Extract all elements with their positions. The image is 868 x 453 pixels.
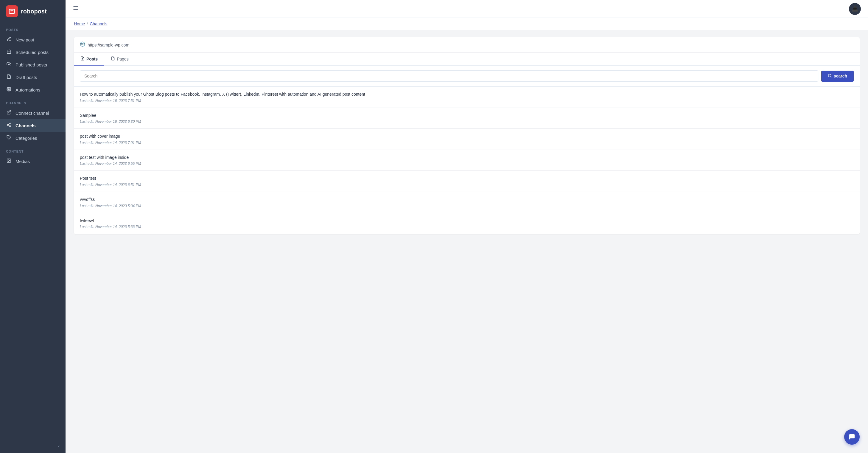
svg-text:W: W [81, 43, 84, 46]
svg-point-29 [828, 74, 831, 77]
breadcrumb-home[interactable]: Home [74, 22, 85, 26]
calendar-icon [6, 49, 12, 55]
svg-point-8 [8, 89, 9, 90]
channel-card: W https://sample-wp.com Posts Pages [74, 37, 860, 234]
wordpress-icon: W [80, 41, 85, 48]
logo-icon [6, 5, 18, 17]
tab-posts[interactable]: Posts [74, 53, 104, 66]
collapse-icon: ‹ [58, 444, 60, 449]
sidebar-item-categories[interactable]: Categories [0, 132, 65, 144]
sidebar-item-automations[interactable]: Automations [0, 84, 65, 96]
post-item[interactable]: vvvdffss Last edit: November 14, 2023 5:… [74, 192, 860, 213]
new-post-icon [6, 37, 12, 42]
svg-line-30 [831, 76, 832, 77]
search-input[interactable] [80, 70, 818, 82]
breadcrumb-separator: / [87, 22, 88, 26]
sidebar: robopost POSTS New post Scheduled posts … [0, 0, 65, 453]
upload-icon [6, 62, 12, 68]
post-item[interactable]: post with cover image Last edit: Novembe… [74, 129, 860, 150]
post-title: fwfeewf [80, 218, 854, 224]
search-icon [828, 73, 832, 79]
post-meta: Last edit: November 14, 2023 6:55 PM [80, 161, 854, 166]
share-icon [6, 122, 12, 128]
svg-rect-3 [7, 50, 11, 54]
chat-bubble[interactable] [844, 429, 860, 445]
topbar-left [73, 5, 79, 12]
svg-rect-23 [853, 8, 857, 9]
tab-pages[interactable]: Pages [104, 53, 135, 66]
topbar-right [849, 3, 861, 15]
search-button-label: search [834, 73, 847, 79]
logo-text: robopost [21, 8, 47, 15]
breadcrumb: Home / Channels [65, 18, 868, 30]
sidebar-item-label: Channels [16, 123, 36, 128]
image-icon [6, 158, 12, 164]
post-item[interactable]: How to automatically publish your Ghost … [74, 87, 860, 108]
sidebar-item-scheduled-posts[interactable]: Scheduled posts [0, 46, 65, 58]
sidebar-item-published-posts[interactable]: Published posts [0, 58, 65, 71]
post-title: vvvdffss [80, 197, 854, 203]
channels-section-label: CHANNELS [0, 96, 65, 107]
avatar[interactable] [849, 3, 861, 15]
posts-section-label: POSTS [0, 23, 65, 33]
sidebar-item-draft-posts[interactable]: Draft posts [0, 71, 65, 84]
svg-point-17 [8, 160, 9, 160]
post-title: post with cover image [80, 133, 854, 140]
sidebar-item-medias[interactable]: Medias [0, 155, 65, 168]
sidebar-collapse-button[interactable]: ‹ [0, 439, 65, 453]
svg-point-11 [7, 124, 8, 125]
post-meta: Last edit: November 14, 2023 7:01 PM [80, 141, 854, 145]
search-bar: search [74, 66, 860, 87]
tag-icon [6, 135, 12, 141]
main-content: Home / Channels W https://sample-wp.com … [65, 0, 868, 453]
tabs-bar: Posts Pages [74, 53, 860, 66]
settings-icon [6, 87, 12, 93]
channel-url-bar: W https://sample-wp.com [74, 37, 860, 53]
svg-rect-1 [10, 10, 13, 11]
post-meta: Last edit: November 14, 2023 5:34 PM [80, 204, 854, 208]
sidebar-item-channels[interactable]: Channels [0, 119, 65, 132]
post-meta: Last edit: November 14, 2023 5:33 PM [80, 225, 854, 229]
content-section-label: CONTENT [0, 144, 65, 155]
tab-posts-label: Posts [86, 57, 98, 61]
sidebar-item-label: Draft posts [16, 75, 37, 80]
hamburger-button[interactable] [73, 5, 79, 12]
sidebar-item-label: New post [16, 37, 34, 42]
topbar [65, 0, 868, 18]
post-title: Samplee [80, 113, 854, 119]
tab-pages-label: Pages [117, 57, 129, 61]
file-icon [6, 74, 12, 80]
plug-icon [6, 110, 12, 116]
tab-pages-icon [111, 56, 115, 61]
tab-posts-icon [81, 56, 85, 61]
sidebar-item-label: Scheduled posts [16, 50, 49, 55]
svg-line-9 [9, 111, 11, 113]
post-item[interactable]: Samplee Last edit: November 16, 2023 6:3… [74, 108, 860, 129]
search-button[interactable]: search [821, 71, 854, 82]
sidebar-item-connect-channel[interactable]: Connect channel [0, 107, 65, 119]
post-item[interactable]: post test with image inside Last edit: N… [74, 150, 860, 171]
channel-url: https://sample-wp.com [88, 42, 129, 48]
svg-point-12 [9, 126, 11, 127]
svg-rect-2 [10, 11, 12, 12]
svg-rect-24 [854, 7, 856, 8]
sidebar-item-label: Published posts [16, 62, 47, 67]
post-title: How to automatically publish your Ghost … [80, 91, 854, 97]
post-title: Post test [80, 176, 854, 181]
svg-line-14 [8, 124, 10, 125]
logo: robopost [0, 0, 65, 23]
svg-rect-0 [9, 9, 14, 13]
svg-line-13 [8, 125, 10, 126]
svg-point-10 [9, 123, 11, 124]
post-item[interactable]: Post test Last edit: November 14, 2023 6… [74, 171, 860, 192]
post-title: post test with image inside [80, 155, 854, 161]
breadcrumb-current[interactable]: Channels [90, 22, 107, 26]
sidebar-item-new-post[interactable]: New post [0, 33, 65, 46]
post-item[interactable]: fwfeewf Last edit: November 14, 2023 5:3… [74, 213, 860, 234]
sidebar-item-label: Automations [16, 87, 40, 92]
posts-list: How to automatically publish your Ghost … [74, 87, 860, 234]
sidebar-item-label: Connect channel [16, 111, 49, 116]
post-meta: Last edit: November 16, 2023 6:30 PM [80, 120, 854, 124]
sidebar-item-label: Categories [16, 135, 37, 141]
sidebar-item-label: Medias [16, 159, 30, 164]
